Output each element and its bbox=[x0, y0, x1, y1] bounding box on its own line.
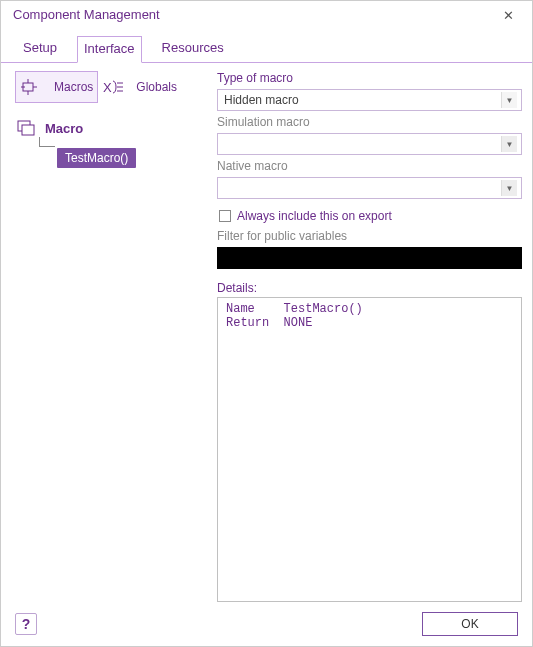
tab-setup[interactable]: Setup bbox=[17, 36, 63, 63]
filter-public-variables[interactable] bbox=[217, 247, 522, 269]
native-macro-select[interactable]: ▼ bbox=[217, 177, 522, 199]
chevron-down-icon: ▼ bbox=[501, 136, 517, 152]
filter-label: Filter for public variables bbox=[217, 229, 522, 243]
details-label: Details: bbox=[217, 281, 522, 295]
ok-button[interactable]: OK bbox=[422, 612, 518, 636]
tree-root-label: Macro bbox=[45, 121, 83, 136]
simulation-macro-label: Simulation macro bbox=[217, 115, 522, 129]
globals-tool-label: Globals bbox=[136, 80, 177, 94]
macro-tree: Macro TestMacro() bbox=[15, 117, 211, 168]
globals-tool[interactable]: X Globals bbox=[98, 72, 181, 102]
always-include-checkbox[interactable] bbox=[219, 210, 231, 222]
interface-toolstrip: Macros X Globals bbox=[15, 71, 211, 103]
chevron-down-icon: ▼ bbox=[501, 92, 517, 108]
left-pane: Macros X Globals bbox=[15, 69, 211, 602]
tab-strip: Setup Interface Resources bbox=[1, 29, 532, 63]
svg-rect-10 bbox=[22, 125, 34, 135]
native-macro-label: Native macro bbox=[217, 159, 522, 173]
type-of-macro-value: Hidden macro bbox=[224, 93, 299, 107]
macros-tool[interactable]: Macros bbox=[15, 71, 98, 103]
title-bar: Component Management ✕ bbox=[1, 1, 532, 29]
details-textarea[interactable]: Name TestMacro() Return NONE bbox=[217, 297, 522, 602]
window-title: Component Management bbox=[13, 7, 160, 22]
footer: ? OK bbox=[1, 606, 532, 646]
type-of-macro-select[interactable]: Hidden macro ▼ bbox=[217, 89, 522, 111]
type-of-macro-label: Type of macro bbox=[217, 71, 522, 85]
right-pane: Type of macro Hidden macro ▼ Simulation … bbox=[217, 69, 522, 602]
chevron-down-icon: ▼ bbox=[501, 180, 517, 196]
tab-interface[interactable]: Interface bbox=[77, 36, 142, 63]
always-include-row[interactable]: Always include this on export bbox=[219, 209, 522, 223]
tree-connector bbox=[39, 137, 55, 147]
tree-root-row[interactable]: Macro bbox=[15, 117, 211, 139]
macros-tool-label: Macros bbox=[54, 80, 93, 94]
help-button[interactable]: ? bbox=[15, 613, 37, 635]
macros-icon bbox=[20, 74, 50, 100]
macro-root-icon bbox=[15, 118, 39, 138]
tree-node[interactable]: TestMacro() bbox=[57, 148, 211, 168]
simulation-macro-select[interactable]: ▼ bbox=[217, 133, 522, 155]
tree-node-label: TestMacro() bbox=[57, 148, 136, 168]
content-area: Macros X Globals bbox=[1, 63, 532, 606]
close-button[interactable]: ✕ bbox=[494, 7, 522, 27]
always-include-label: Always include this on export bbox=[237, 209, 392, 223]
svg-text:X: X bbox=[103, 80, 112, 95]
tab-resources[interactable]: Resources bbox=[156, 36, 230, 63]
globals-icon: X bbox=[102, 74, 132, 100]
